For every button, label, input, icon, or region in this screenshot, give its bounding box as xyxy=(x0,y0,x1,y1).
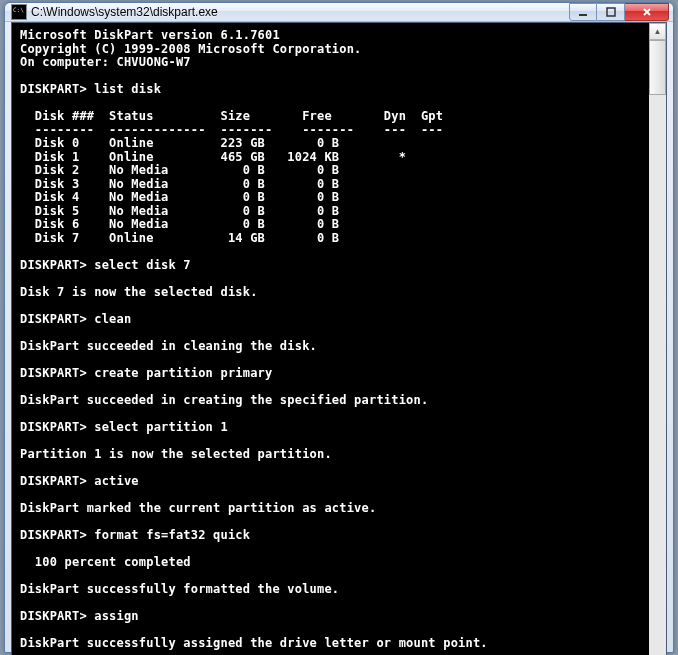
scroll-track[interactable] xyxy=(649,40,666,655)
maximize-icon xyxy=(606,7,616,17)
close-button[interactable] xyxy=(625,3,669,21)
svg-rect-0 xyxy=(579,14,587,16)
vertical-scrollbar[interactable]: ▲ ▼ xyxy=(649,23,666,655)
scroll-up-button[interactable]: ▲ xyxy=(649,23,666,40)
minimize-icon xyxy=(578,7,588,17)
scroll-thumb[interactable] xyxy=(649,40,666,95)
console-window: C:\Windows\system32\diskpart.exe Microso… xyxy=(4,2,674,653)
maximize-button[interactable] xyxy=(597,3,625,21)
minimize-button[interactable] xyxy=(569,3,597,21)
console-output[interactable]: Microsoft DiskPart version 6.1.7601 Copy… xyxy=(12,23,649,655)
titlebar[interactable]: C:\Windows\system32\diskpart.exe xyxy=(5,3,673,22)
svg-rect-1 xyxy=(607,8,615,16)
close-icon xyxy=(642,7,652,17)
client-area: Microsoft DiskPart version 6.1.7601 Copy… xyxy=(11,22,667,655)
window-title: C:\Windows\system32\diskpart.exe xyxy=(31,5,569,19)
window-controls xyxy=(569,3,669,21)
app-icon xyxy=(11,4,27,20)
